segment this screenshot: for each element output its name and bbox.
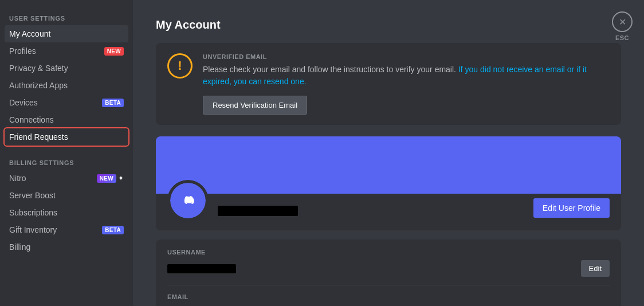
username-redacted-value	[218, 206, 298, 216]
profiles-new-badge: NEW	[104, 47, 124, 56]
email-banner-text-part1: Please check your email and follow the i…	[203, 65, 456, 74]
email-label: EMAIL	[167, 293, 610, 300]
warning-icon: !	[167, 53, 193, 79]
profile-info-row: Edit User Profile	[156, 194, 621, 230]
avatar-icon	[170, 183, 206, 218]
username-edit-button[interactable]: Edit	[581, 260, 610, 277]
email-banner-content: UNVERIFIED EMAIL Please check your email…	[203, 53, 610, 115]
sidebar-item-label: Devices	[9, 98, 38, 107]
avatar	[167, 180, 209, 221]
profile-card: Edit User Profile	[156, 136, 621, 230]
sidebar-item-privacy-safety[interactable]: Privacy & Safety	[5, 60, 128, 77]
nitro-badge-wrap: NEW ✦	[97, 174, 124, 183]
user-settings-section-label: User Settings	[5, 11, 128, 24]
email-banner-title: UNVERIFIED EMAIL	[203, 53, 610, 60]
sidebar-item-label: Profiles	[9, 46, 36, 56]
sidebar-item-subscriptions[interactable]: Subscriptions	[5, 204, 128, 221]
sidebar-item-connections[interactable]: Connections	[5, 111, 128, 128]
sidebar-item-nitro[interactable]: Nitro NEW ✦	[5, 170, 128, 187]
devices-beta-badge: BETA	[102, 99, 124, 107]
nitro-new-badge: NEW	[97, 174, 116, 183]
sidebar-item-label: Gift Inventory	[9, 225, 57, 234]
billing-settings-section-label: Billing Settings	[5, 156, 128, 168]
profile-banner	[156, 136, 621, 194]
sidebar-item-my-account[interactable]: My Account	[5, 25, 128, 42]
esc-label: ESC	[615, 34, 629, 41]
sidebar-item-friend-requests[interactable]: Friend Requests	[5, 128, 128, 146]
username-row: Edit	[167, 260, 610, 277]
sidebar-item-authorized-apps[interactable]: Authorized Apps	[5, 77, 128, 94]
sidebar-item-profiles[interactable]: Profiles NEW	[5, 42, 128, 60]
sparkle-icon: ✦	[118, 174, 124, 182]
page-title: My Account	[156, 18, 621, 32]
sidebar-item-label: Nitro	[9, 174, 26, 183]
username-value-redacted	[167, 264, 236, 273]
email-banner-text: Please check your email and follow the i…	[203, 64, 610, 88]
gift-inventory-beta-badge: BETA	[102, 226, 124, 234]
sidebar-item-label: Subscriptions	[9, 208, 57, 217]
sidebar-item-billing[interactable]: Billing	[5, 238, 128, 256]
sidebar-item-label: Server Boost	[9, 191, 56, 200]
sidebar-item-label: Friend Requests	[9, 132, 68, 142]
resend-verification-email-button[interactable]: Resend Verification Email	[203, 96, 307, 115]
sidebar-item-label: My Account	[9, 29, 50, 38]
sidebar: User Settings My Account Profiles NEW Pr…	[0, 0, 133, 306]
sidebar-item-server-boost[interactable]: Server Boost	[5, 187, 128, 204]
warning-icon-wrap: !	[167, 53, 193, 79]
field-section: USERNAME Edit EMAIL	[156, 240, 621, 306]
username-display	[218, 206, 524, 216]
field-divider	[167, 285, 610, 285]
sidebar-item-gift-inventory[interactable]: Gift Inventory BETA	[5, 221, 128, 238]
close-icon[interactable]: ✕	[612, 11, 633, 32]
sidebar-item-label: Authorized Apps	[9, 81, 68, 90]
sidebar-item-label: Connections	[9, 115, 54, 124]
sidebar-item-label: Billing	[9, 242, 30, 252]
unverified-email-banner: ! UNVERIFIED EMAIL Please check your ema…	[156, 43, 621, 125]
sidebar-item-label: Privacy & Safety	[9, 64, 68, 73]
username-label: USERNAME	[167, 249, 610, 256]
sidebar-item-devices[interactable]: Devices BETA	[5, 94, 128, 111]
esc-button[interactable]: ✕ ESC	[612, 11, 633, 41]
main-content: My Account ! UNVERIFIED EMAIL Please che…	[133, 0, 644, 306]
edit-user-profile-button[interactable]: Edit User Profile	[533, 198, 610, 218]
